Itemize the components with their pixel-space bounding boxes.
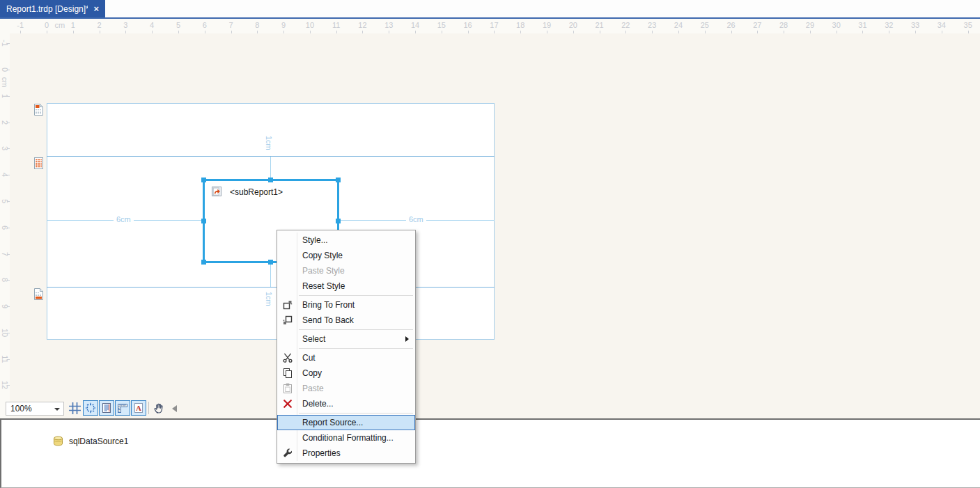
svg-text:A: A [136,404,141,412]
resize-handle-left[interactable] [201,219,206,223]
ruler-number: 30 [832,21,841,29]
ruler-number: 24 [674,21,683,29]
tab-bar: Report1.trdp [Design]* × [0,0,980,17]
ruler-tick [7,175,10,175]
subreport-icon [211,186,222,197]
ruler-tick [7,228,10,228]
ruler-number: 17 [490,21,498,29]
pan-tool-button[interactable] [151,400,166,416]
resize-handle-top-left[interactable] [201,178,206,182]
menu-item-label: Delete... [302,399,334,409]
context-menu: Style...Copy StylePaste StyleReset Style… [277,230,416,464]
menu-item-style[interactable]: Style... [277,233,415,248]
ruler-number: 20 [569,21,577,29]
wrench-icon [281,448,294,459]
menu-item-reset-style[interactable]: Reset Style [277,278,415,294]
menu-item-label: Conditional Formatting... [302,433,394,443]
chevron-down-icon[interactable] [54,408,60,411]
toggle-rulers-button[interactable] [115,400,130,416]
ruler-number: 3 [123,21,127,29]
menu-item-report-source[interactable]: Report Source... [277,415,415,430]
menu-item-icon-empty [281,281,294,292]
vertical-ruler: -10123456789101112cm [0,33,10,418]
menu-item-icon-empty [281,417,295,429]
menu-item-send-to-back[interactable]: Send To Back [277,313,415,328]
ruler-number: 12 [358,21,366,29]
ruler-number: 9 [281,21,286,29]
dimension-line-bottom [270,263,271,287]
ruler-number: 27 [753,21,761,29]
menu-item-label: Copy [302,368,322,378]
resize-handle-bottom[interactable] [268,260,273,265]
toggle-grid-button[interactable] [67,400,82,416]
toggle-snap-to-grid-button[interactable] [83,400,98,416]
data-source-item[interactable]: sqlDataSource1 [52,435,128,447]
ruler-number: 4 [150,21,154,29]
ruler-tick [7,333,10,333]
ruler-number: 11 [332,21,340,29]
document-tab[interactable]: Report1.trdp [Design]* × [0,0,105,17]
menu-item-label: Reset Style [302,281,345,291]
menu-item-properties[interactable]: Properties [277,446,415,461]
dimension-label-top: 1cm [265,133,273,153]
ruler-number: 0 [45,21,49,29]
ruler-number: 1 [71,21,75,29]
design-canvas[interactable]: 6cm 6cm 1cm 1cm <subReport1> Style...Cop… [0,33,980,418]
page-header-section-icon[interactable] [33,103,44,116]
menu-item-copy[interactable]: Copy [277,365,415,381]
menu-item-label: Paste [302,384,324,393]
ruler-number: 35 [964,21,972,29]
detail-page-footer-divider[interactable] [47,287,495,288]
menu-item-label: Send To Back [302,315,354,325]
ruler-tick [7,70,10,70]
detail-section-icon[interactable] [33,157,44,170]
ruler-tick [7,43,10,44]
resize-handle-top-right[interactable] [336,178,341,182]
menu-item-conditional-formatting[interactable]: Conditional Formatting... [277,430,415,446]
hand-icon [153,402,165,414]
report-designer-window: Report1.trdp [Design]* × -10123456789101… [0,0,980,488]
menu-item-icon-empty [281,265,294,277]
toggle-snap-lines-button[interactable] [99,400,114,416]
menu-item-icon-empty [281,235,294,246]
tab-close-icon[interactable]: × [93,3,99,14]
database-icon [52,435,64,447]
scroll-left-icon[interactable] [172,405,177,412]
page-lines-icon [101,402,112,414]
paste-icon [281,383,294,395]
ruler-number: 2 [98,21,102,29]
zoom-level-value: 100% [10,404,32,414]
menu-item-label: Cut [302,353,316,363]
ruler-unit-label: cm [1,77,9,87]
resize-handle-top[interactable] [268,178,273,182]
resize-handle-right[interactable] [336,219,341,223]
ruler-tick [7,96,10,97]
ruler-number: -1 [17,21,24,29]
submenu-arrow-icon [405,336,409,342]
data-sources-panel[interactable]: sqlDataSource1 [0,418,980,488]
menu-item-icon-empty [281,250,294,262]
menu-separator [299,413,413,414]
dimension-label-bottom: 1cm [265,289,273,309]
page-footer-section-icon[interactable] [33,288,44,301]
resize-handle-bottom-left[interactable] [201,260,206,265]
ruler-number: 13 [384,21,393,29]
zoom-level-combobox[interactable]: 100% [6,402,64,416]
toggle-watermarks-button[interactable]: A [131,400,146,416]
tab-title: Report1.trdp [Design]* [6,4,88,14]
ruler-number: 18 [516,21,524,29]
menu-item-label: Report Source... [302,418,363,427]
ruler-number: 34 [938,21,946,29]
ruler-tick [7,148,10,149]
copy-icon [281,368,294,379]
dimension-label-right: 6cm [406,215,426,223]
menu-item-select[interactable]: Select [277,331,415,347]
menu-item-delete[interactable]: Delete... [277,396,415,411]
bring-to-front-icon [281,299,294,311]
ruler-tick [7,123,10,123]
menu-item-icon-empty [281,333,294,345]
menu-item-copy-style[interactable]: Copy Style [277,248,415,263]
ruler-number: 10 [306,21,314,29]
menu-item-cut[interactable]: Cut [277,350,415,365]
menu-item-bring-to-front[interactable]: Bring To Front [277,297,415,313]
